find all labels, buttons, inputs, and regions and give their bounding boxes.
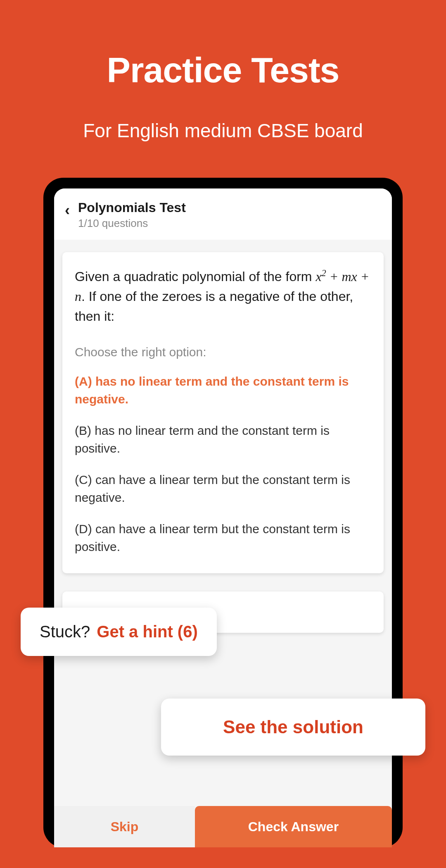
solution-callout[interactable]: See the solution	[161, 699, 425, 756]
test-title: Polynomials Test	[78, 200, 186, 215]
option-a[interactable]: (A) has no linear term and the constant …	[75, 372, 371, 408]
question-prefix: Given a quadratic polynomial of the form	[75, 269, 316, 284]
option-c[interactable]: (C) can have a linear term but the const…	[75, 471, 371, 507]
bottom-bar: Skip Check Answer	[54, 806, 392, 847]
question-progress: 1/10 questions	[78, 217, 186, 230]
hint-link: Get a hint (6)	[97, 622, 197, 641]
skip-button[interactable]: Skip	[54, 806, 195, 847]
check-answer-button[interactable]: Check Answer	[195, 806, 392, 847]
hint-callout[interactable]: Stuck? Get a hint (6)	[21, 608, 217, 656]
header-text: Polynomials Test 1/10 questions	[78, 200, 186, 230]
hint-prefix: Stuck?	[40, 622, 90, 641]
hero-title: Practice Tests	[0, 0, 446, 91]
app-header: ‹ Polynomials Test 1/10 questions	[54, 188, 392, 240]
back-icon[interactable]: ‹	[65, 202, 70, 219]
choose-prompt: Choose the right option:	[75, 345, 371, 359]
question-text: Given a quadratic polynomial of the form…	[75, 266, 371, 326]
option-d[interactable]: (D) can have a linear term but the const…	[75, 520, 371, 556]
option-b[interactable]: (B) has no linear term and the constant …	[75, 422, 371, 458]
question-suffix: . If one of the zeroes is a negative of …	[75, 289, 353, 324]
hero-subtitle: For English medium CBSE board	[0, 119, 446, 142]
solution-text: See the solution	[223, 717, 363, 737]
question-card: Given a quadratic polynomial of the form…	[62, 252, 384, 573]
